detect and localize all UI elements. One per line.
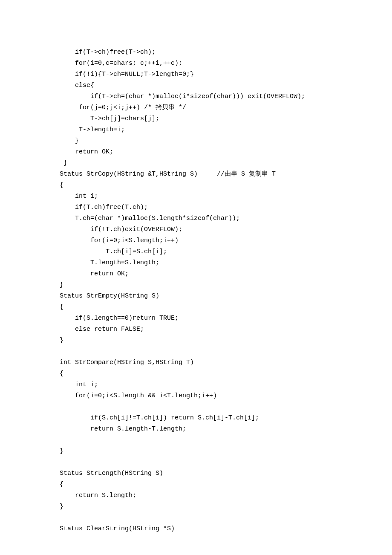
code-line: Status StrEmpty(HString S) — [60, 291, 332, 302]
code-line: { — [60, 479, 332, 490]
code-line: T.ch=(char *)malloc(S.length*sizeof(char… — [60, 213, 332, 224]
code-line: } — [60, 158, 332, 169]
code-line: T->ch[j]=chars[j]; — [60, 113, 332, 124]
blank-line — [60, 457, 332, 468]
code-line: int StrCompare(HString S,HString T) — [60, 357, 332, 368]
code-line: if(!i){T->ch=NULL;T->length=0;} — [60, 69, 332, 80]
blank-line — [60, 435, 332, 446]
code-document: if(T->ch)free(T->ch); for(i=0,c=chars; c… — [0, 0, 392, 555]
code-line: T->length=i; — [60, 124, 332, 136]
code-line: if(S.length==0)return TRUE; — [60, 313, 332, 324]
code-line: if(T.ch)free(T.ch); — [60, 202, 332, 213]
blank-line — [60, 402, 332, 413]
code-line: Status StrLength(HString S) — [60, 468, 332, 479]
blank-line — [60, 512, 332, 523]
code-line: for(i=0;i<S.length && i<T.length;i++) — [60, 390, 332, 402]
code-line: } — [60, 501, 332, 512]
code-line: T.length=S.length; — [60, 257, 332, 269]
code-line: return OK; — [60, 147, 332, 158]
blank-line — [60, 346, 332, 357]
code-line: if(T->ch)free(T->ch); — [60, 47, 332, 58]
code-line: { — [60, 302, 332, 313]
code-line: if(S.ch[i]!=T.ch[i]) return S.ch[i]-T.ch… — [60, 413, 332, 424]
code-line: return OK; — [60, 269, 332, 280]
code-line: } — [60, 335, 332, 346]
code-line: for(i=0;i<S.length;i++) — [60, 235, 332, 246]
code-line: return S.length-T.length; — [60, 424, 332, 435]
code-line: for(i=0,c=chars; c;++i,++c); — [60, 58, 332, 69]
code-line: } — [60, 280, 332, 291]
code-line: if(!T.ch)exit(OVERFLOW); — [60, 224, 332, 235]
code-line: Status StrCopy(HString &T,HString S) //由… — [60, 169, 332, 180]
code-line: int i; — [60, 379, 332, 390]
code-line: int i; — [60, 191, 332, 202]
code-line: { — [60, 368, 332, 379]
code-line: return S.length; — [60, 490, 332, 501]
code-line: { — [60, 180, 332, 191]
code-line: if(T->ch=(char *)malloc(i*sizeof(char)))… — [60, 91, 332, 102]
code-line: T.ch[i]=S.ch[i]; — [60, 246, 332, 257]
code-line: for(j=0;j<i;j++) /* 拷贝串 */ — [60, 102, 332, 113]
code-line: } — [60, 136, 332, 147]
code-line: else{ — [60, 80, 332, 91]
code-line: } — [60, 446, 332, 457]
code-line: else return FALSE; — [60, 324, 332, 335]
code-line: Status ClearString(HString *S) — [60, 523, 332, 535]
